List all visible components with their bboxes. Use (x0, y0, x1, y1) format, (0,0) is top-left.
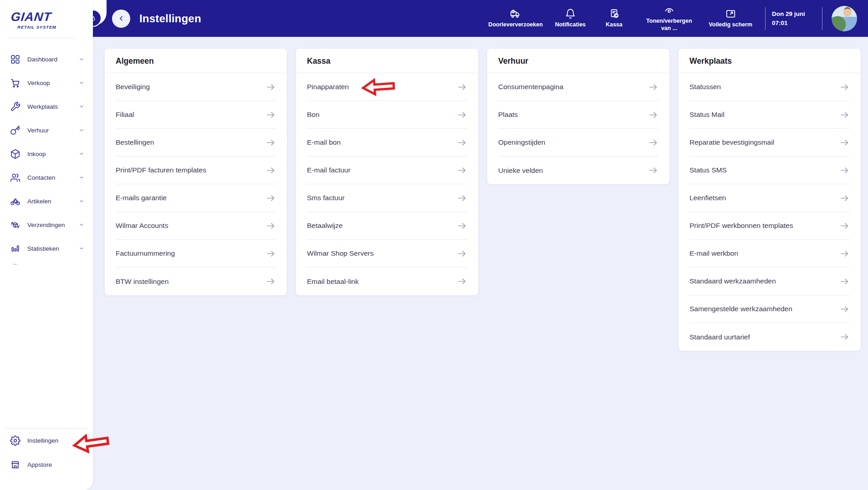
header-action[interactable]: Notificaties (548, 8, 592, 29)
settings-link-label: E-mails garantie (116, 194, 167, 202)
sidebar-item[interactable]: Werkplaats (0, 95, 93, 118)
settings-link-label: E-mail werkbon (689, 249, 738, 258)
header-action[interactable]: Kassa (592, 8, 636, 29)
settings-link-row[interactable]: Bestellingen (116, 129, 276, 157)
sidebar-item[interactable]: Verzendingen (0, 213, 93, 237)
arrow-right-icon (839, 248, 850, 259)
settings-link-row[interactable]: Pinapparaten (307, 73, 467, 101)
sidebar-item[interactable]: Dashboard (0, 47, 93, 71)
arrow-right-icon (457, 221, 467, 231)
arrow-right-icon (648, 82, 659, 92)
truck-icon (510, 8, 521, 20)
sidebar-nav: Dashboard Verkoop Werkplaats (0, 47, 93, 260)
chevron-down-icon (78, 198, 85, 204)
sidebar-item[interactable]: Contacten (0, 166, 93, 189)
chevron-left-icon (117, 15, 125, 22)
arrow-right-icon (266, 82, 276, 92)
settings-link-label: Sms factuur (307, 194, 345, 202)
arrow-right-icon (839, 82, 850, 92)
settings-link-row[interactable]: Print/PDF werkbonnen templates (689, 212, 850, 240)
sidebar-item[interactable]: Artikelen (0, 189, 93, 213)
settings-link-row[interactable]: Leenfietsen (689, 184, 850, 212)
sidebar-item[interactable]: Inkoop (0, 142, 93, 166)
settings-link-label: Reparatie bevestigingsmail (689, 138, 774, 146)
sidebar: GIANT RETAIL SYSTEM Dashboard Verkoop (0, 0, 93, 490)
eye-icon (664, 5, 675, 16)
settings-link-row[interactable]: Plaats (498, 101, 659, 129)
settings-link-row[interactable]: Wilmar Accounts (116, 212, 276, 240)
header-action[interactable]: Volledig scherm (702, 8, 759, 29)
settings-link-row[interactable]: Betaalwijze (307, 212, 467, 240)
settings-link-row[interactable]: Filiaal (116, 101, 276, 129)
settings-link-row[interactable]: Beveiliging (116, 73, 276, 101)
arrow-right-icon (839, 221, 850, 231)
settings-link-row[interactable]: Print/PDF facturen templates (116, 157, 276, 184)
top-header: Instellingen Doorleververzoeken Notifica… (93, 0, 868, 37)
divider (13, 264, 17, 265)
settings-link-row[interactable]: Consumentenpagina (498, 73, 659, 101)
settings-link-row[interactable]: Openingstijden (498, 129, 659, 157)
settings-link-label: Plaats (498, 111, 518, 119)
settings-card: Verhuur Consumentenpagina Plaats (487, 49, 669, 184)
settings-link-row[interactable]: Standaard uurtarief (689, 323, 850, 351)
page-title: Instellingen (139, 12, 201, 25)
settings-link-row[interactable]: BTW instellingen (116, 268, 276, 295)
settings-link-row[interactable]: E-mail factuur (307, 157, 467, 184)
chevron-down-icon (78, 56, 85, 62)
arrow-right-icon (457, 193, 467, 203)
sidebar-item[interactable]: Verhuur (0, 118, 93, 142)
time-text: 07:01 (772, 19, 816, 28)
chevron-down-icon (78, 222, 85, 228)
settings-link-label: Print/PDF werkbonnen templates (689, 222, 793, 230)
back-button[interactable] (112, 10, 130, 28)
settings-link-row[interactable]: Email betaal-link (307, 268, 467, 295)
settings-link-row[interactable]: Samengestelde werkzaamheden (689, 295, 850, 323)
arrow-right-icon (839, 304, 850, 314)
settings-link-row[interactable]: Status SMS (689, 157, 850, 184)
avatar[interactable] (832, 6, 857, 31)
stats-icon (10, 243, 20, 254)
header-action[interactable]: Doorleververzoeken (482, 8, 548, 29)
settings-link-row[interactable]: Standaard werkzaamheden (689, 268, 850, 295)
header-action[interactable]: Tonen/verbergen van ... (636, 5, 702, 32)
shipping-icon (10, 220, 20, 230)
settings-link-label: Status Mail (689, 111, 725, 119)
brand-name: GIANT (10, 11, 94, 23)
settings-link-label: Consumentenpagina (498, 83, 563, 91)
arrow-right-icon (839, 137, 850, 148)
card-title: Kassa (296, 49, 478, 73)
settings-link-row[interactable]: E-mails garantie (116, 184, 276, 212)
sidebar-item-label: Contacten (27, 174, 78, 181)
arrow-right-icon (266, 276, 276, 287)
package-icon (10, 149, 20, 159)
arrow-right-icon (839, 193, 850, 203)
arrow-right-icon (266, 110, 276, 120)
settings-link-row[interactable]: Bon (307, 101, 467, 129)
settings-link-row[interactable]: Reparatie bevestigingsmail (689, 129, 850, 157)
settings-link-label: Bon (307, 111, 320, 119)
sidebar-item-label: Verkoop (27, 80, 78, 86)
card-rows: Beveiliging Filiaal Bestellingen (105, 73, 287, 295)
settings-link-row[interactable]: E-mail werkbon (689, 240, 850, 268)
settings-link-row[interactable]: Unieke velden (498, 157, 659, 184)
settings-link-row[interactable]: Factuurnummering (116, 240, 276, 268)
arrow-right-icon (839, 276, 850, 287)
settings-link-row[interactable]: Sms factuur (307, 184, 467, 212)
header-actions: Doorleververzoeken Notificaties Kassa To… (482, 5, 759, 32)
settings-link-row[interactable]: Statussen (689, 73, 850, 101)
sidebar-item[interactable]: Statistieken (0, 237, 93, 260)
settings-link-row[interactable]: Status Mail (689, 101, 850, 129)
sidebar-item[interactable]: Verkoop (0, 71, 93, 95)
grid-icon (10, 54, 20, 65)
settings-content: Algemeen Beveiliging Filiaal (93, 37, 868, 490)
sidebar-item[interactable]: Instellingen (0, 429, 93, 453)
settings-link-row[interactable]: Wilmar Shop Servers (307, 240, 467, 268)
settings-link-row[interactable]: E-mail bon (307, 129, 467, 157)
chevron-down-icon (78, 127, 85, 133)
arrow-right-icon (266, 221, 276, 231)
card-rows: Pinapparaten Bon E-mail bon (296, 73, 478, 295)
header-action-label: Doorleververzoeken (488, 21, 542, 29)
arrow-right-icon (648, 137, 659, 148)
date-text: Don 29 juni (772, 10, 816, 19)
sidebar-item[interactable]: Appstore (0, 453, 93, 477)
